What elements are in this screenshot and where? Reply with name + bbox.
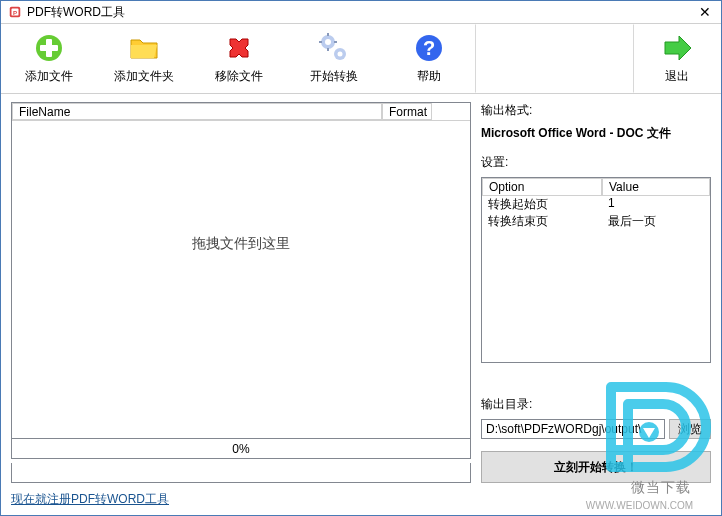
app-icon: P [7, 4, 23, 20]
delete-icon [223, 32, 255, 64]
cell-option: 转换结束页 [482, 213, 602, 230]
exit-button[interactable]: 退出 [633, 24, 721, 93]
cell-value: 最后一页 [602, 213, 710, 230]
file-list[interactable]: FileName Format 拖拽文件到这里 [11, 102, 471, 439]
output-format-label: 输出格式: [481, 102, 711, 119]
col-value[interactable]: Value [602, 178, 710, 196]
add-file-label: 添加文件 [25, 68, 73, 85]
svg-point-7 [325, 39, 331, 45]
table-row[interactable]: 转换起始页 1 [482, 196, 710, 213]
plus-icon [33, 32, 65, 64]
col-filename[interactable]: FileName [12, 103, 382, 120]
register-link[interactable]: 现在就注册PDF转WORD工具 [11, 492, 169, 506]
progress-bar: 0% [11, 439, 471, 459]
output-dir-label: 输出目录: [481, 396, 711, 413]
window-title: PDF转WORD工具 [27, 4, 691, 21]
settings-label: 设置: [481, 154, 711, 171]
cell-option: 转换起始页 [482, 196, 602, 213]
start-convert-button[interactable]: 开始转换 [286, 24, 381, 93]
col-option[interactable]: Option [482, 178, 602, 196]
folder-icon [128, 32, 160, 64]
drop-hint: 拖拽文件到这里 [192, 235, 290, 253]
browse-button[interactable]: 浏览 [669, 419, 711, 439]
start-now-button[interactable]: 立刻开始转换！ [481, 451, 711, 483]
progress-bar-2 [11, 463, 471, 483]
svg-text:P: P [13, 9, 17, 16]
remove-file-button[interactable]: 移除文件 [191, 24, 286, 93]
col-format[interactable]: Format [382, 103, 432, 120]
svg-rect-5 [40, 45, 58, 51]
left-panel: FileName Format 拖拽文件到这里 0% [11, 102, 471, 483]
help-label: 帮助 [417, 68, 441, 85]
remove-file-label: 移除文件 [215, 68, 263, 85]
footer: 现在就注册PDF转WORD工具 [1, 491, 721, 514]
progress-text: 0% [232, 442, 249, 456]
right-panel: 输出格式: Microsoft Office Word - DOC 文件 设置:… [481, 102, 711, 483]
gears-icon [318, 32, 350, 64]
output-format-value: Microsoft Office Word - DOC 文件 [481, 125, 711, 142]
cell-value: 1 [602, 196, 710, 213]
help-icon: ? [413, 32, 445, 64]
output-dir-row: 浏览 [481, 419, 711, 439]
add-file-button[interactable]: 添加文件 [1, 24, 96, 93]
add-folder-label: 添加文件夹 [114, 68, 174, 85]
settings-header: Option Value [482, 178, 710, 196]
app-window: P PDF转WORD工具 ✕ 添加文件 添加文件夹 移除文件 [0, 0, 722, 516]
settings-table[interactable]: Option Value 转换起始页 1 转换结束页 最后一页 [481, 177, 711, 363]
close-button[interactable]: ✕ [691, 2, 719, 22]
titlebar: P PDF转WORD工具 ✕ [1, 1, 721, 24]
help-button[interactable]: ? 帮助 [381, 24, 476, 93]
output-dir-input[interactable] [481, 419, 665, 439]
svg-point-13 [337, 52, 342, 57]
main-content: FileName Format 拖拽文件到这里 0% 输出格式: Microso… [1, 94, 721, 491]
add-folder-button[interactable]: 添加文件夹 [96, 24, 191, 93]
exit-label: 退出 [665, 68, 689, 85]
arrow-right-icon [661, 32, 693, 64]
svg-text:?: ? [422, 37, 434, 59]
toolbar: 添加文件 添加文件夹 移除文件 开始转换 ? [1, 24, 721, 94]
start-convert-label: 开始转换 [310, 68, 358, 85]
file-list-header: FileName Format [12, 103, 470, 121]
table-row[interactable]: 转换结束页 最后一页 [482, 213, 710, 230]
